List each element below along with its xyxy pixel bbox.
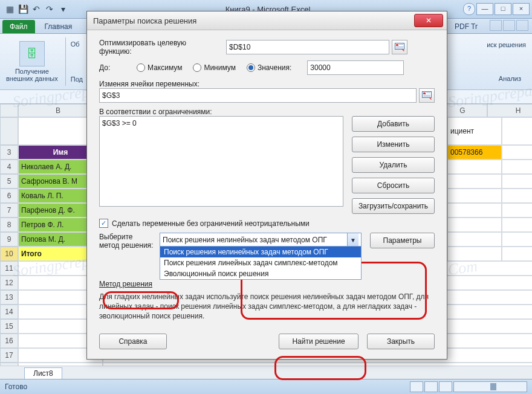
cell[interactable] [447,189,502,203]
col-header-h[interactable]: H [487,104,532,117]
cell-coef-value[interactable]: 00578366 [447,145,502,160]
radio-max-label: Максимум [148,63,182,72]
cell[interactable] [447,247,502,261]
add-constraint-button[interactable]: Добавить [352,116,435,132]
cell[interactable]: ициент [447,117,502,145]
loadsave-button[interactable]: Загрузить/сохранить [352,198,435,214]
row-header[interactable]: 5 [0,174,18,189]
method-option[interactable]: Эволюционный поиск решения [160,268,361,279]
range-picker-button[interactable] [419,88,435,103]
method-hint: Для гладких нелинейных задач используйте… [99,292,435,321]
cell[interactable] [502,247,532,261]
tab-pdf[interactable]: PDF Tr [447,20,485,33]
ribbon-restore-icon[interactable] [503,20,515,31]
nonneg-checkbox[interactable]: ✓ Сделать переменные без ограничений нео… [99,219,435,228]
cell[interactable] [447,203,502,218]
objective-cell-input[interactable]: $D$10 [226,40,389,54]
row-header[interactable]: 15 [0,319,18,334]
cell[interactable] [502,117,532,145]
row-header[interactable]: 16 [0,334,18,348]
row-header[interactable]: 14 [0,305,18,319]
tab-home[interactable]: Главная [37,20,80,33]
method-label: Выберите метод решения: [99,233,154,250]
ribbon-trunc-ob: Об [71,40,83,48]
row-header[interactable]: 10 [0,247,18,261]
help-button[interactable]: Справка [99,334,167,349]
close-button[interactable]: × [513,3,530,15]
params-button[interactable]: Параметры [370,233,435,248]
cell[interactable] [447,160,502,174]
radio-max[interactable]: Максимум [137,63,182,72]
redo-icon[interactable]: ↷ [44,3,56,15]
solve-button[interactable]: Найти решение [279,334,358,349]
ribbon-close-icon[interactable] [516,20,528,31]
constraints-listbox[interactable]: $G$3 >= 0 [99,116,343,207]
svg-rect-6 [423,92,426,94]
qat-more-icon[interactable]: ▾ [57,3,69,15]
row-header[interactable]: 7 [0,203,18,218]
cell[interactable] [502,174,532,189]
cell[interactable] [502,189,532,203]
cell[interactable] [447,174,502,189]
ribbon-minimize-icon[interactable] [490,20,502,31]
cell[interactable] [502,218,532,232]
dialog-titlebar[interactable]: Параметры поиска решения ✕ [87,11,447,30]
row-header[interactable]: 4 [0,160,18,174]
checkmark-icon: ✓ [99,219,108,228]
row-header[interactable]: 13 [0,290,18,305]
cell[interactable] [502,232,532,247]
row-header[interactable] [0,117,18,145]
method-dropdown-list: Поиск решения нелинейных задач методом О… [160,246,362,280]
minimize-button[interactable]: — [476,3,493,15]
target-value-input[interactable]: 30000 [307,60,404,75]
row-header[interactable]: 9 [0,232,18,247]
radio-min[interactable]: Минимум [193,63,236,72]
status-text: Готово [5,383,27,391]
row-header[interactable]: 6 [0,189,18,203]
row-header[interactable]: 17 [0,348,18,363]
excel-icon: ▦ [4,3,16,15]
maximize-button[interactable]: □ [495,3,511,15]
to-label: До: [99,63,131,72]
reset-button[interactable]: Сбросить [352,178,435,193]
get-external-data-button[interactable]: 🗄 Получение внешних данных [4,40,60,83]
status-bar: Готово [0,379,532,394]
view-pagebreak-icon[interactable] [439,381,452,392]
variable-cells-input[interactable]: $G$3 [99,88,417,103]
cell[interactable] [502,160,532,174]
cell[interactable] [502,203,532,218]
method-option[interactable]: Поиск решения нелинейных задач методом О… [160,247,361,257]
range-picker-button[interactable] [392,40,407,54]
row-header[interactable]: 8 [0,218,18,232]
solver-label[interactable]: иск решения [483,41,526,48]
select-all-corner[interactable] [0,104,18,117]
method-dropdown[interactable]: Поиск решения нелинейных задач методом О… [160,233,362,247]
close-dialog-button[interactable]: Закрыть [367,334,435,349]
tab-file[interactable]: Файл [2,20,35,33]
view-layout-icon[interactable] [424,381,438,392]
solver-dialog: Параметры поиска решения ✕ Оптимизироват… [86,11,447,360]
delete-constraint-button[interactable]: Удалить [352,157,435,173]
cell[interactable] [502,145,532,160]
row-header[interactable]: 3 [0,145,18,160]
method-option[interactable]: Поиск решения линейных задач симплекс-ме… [160,257,361,268]
change-constraint-button[interactable]: Изменить [352,137,435,152]
help-icon[interactable]: ? [463,3,475,15]
cell[interactable] [447,218,502,232]
cell[interactable] [447,232,502,247]
chevron-down-icon[interactable]: ▼ [347,233,358,247]
svg-rect-8 [423,95,430,95]
svg-rect-7 [426,92,430,93]
method-help-link[interactable]: Метод решения [99,280,152,288]
row-header[interactable]: 11 [0,261,18,276]
radio-value[interactable]: Значения: [247,63,291,72]
dialog-close-button[interactable]: ✕ [414,14,443,27]
save-icon[interactable]: 💾 [17,3,29,15]
undo-icon[interactable]: ↶ [30,3,42,15]
zoom-slider[interactable] [453,381,527,392]
view-normal-icon[interactable] [410,381,423,392]
row-header[interactable]: 12 [0,276,18,290]
constraint-item[interactable]: $G$3 >= 0 [102,119,340,128]
sheet-tab[interactable]: Лист8 [24,367,62,379]
variables-label: Изменяя ячейки переменных: [99,80,199,88]
